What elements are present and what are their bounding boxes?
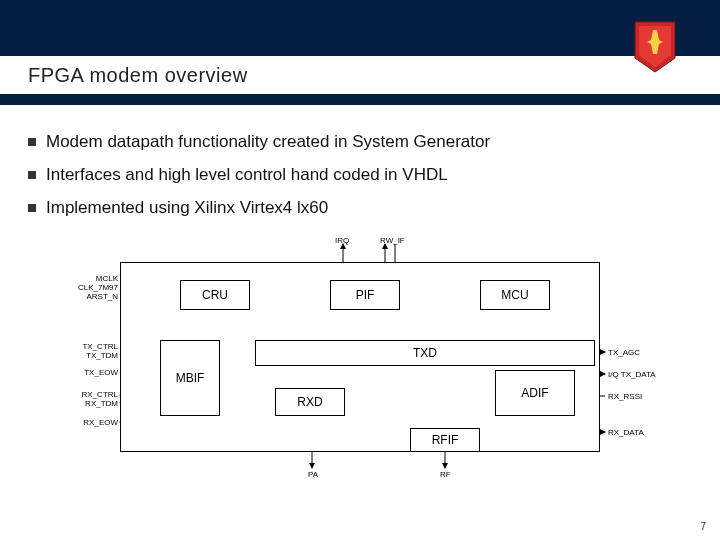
slide-header: FPGA modem overview KONGSBERG xyxy=(0,0,720,105)
signal-rx-rssi: RX_RSSI xyxy=(608,392,642,401)
bullet-square-icon xyxy=(28,138,36,146)
signal-rx-ctrl: RX_CTRL xyxy=(76,390,118,399)
bullet-square-icon xyxy=(28,204,36,212)
block-cru: CRU xyxy=(180,280,250,310)
bullet-text: Implemented using Xilinx Virtex4 lx60 xyxy=(46,197,328,220)
content-area: Modem datapath functionality created in … xyxy=(0,105,720,490)
signal-tx-agc: TX_AGC xyxy=(608,348,640,357)
signal-tx-tdm: TX_TDM xyxy=(76,351,118,360)
signal-rx-eow: RX_EOW xyxy=(76,418,118,427)
signal-rx-data: RX_DATA xyxy=(608,428,644,437)
kongsberg-crest-icon xyxy=(633,20,677,74)
bullet-text: Interfaces and high level control hand c… xyxy=(46,164,448,187)
brand-name: KONGSBERG xyxy=(610,78,700,90)
bullet-item: Implemented using Xilinx Virtex4 lx60 xyxy=(28,197,692,220)
signal-irq: IRQ xyxy=(335,236,349,245)
signal-pa: PA xyxy=(308,470,318,479)
block-rfif: RFIF xyxy=(410,428,480,452)
block-mbif: MBIF xyxy=(160,340,220,416)
block-diagram: CRU PIF MCU TXD MBIF RXD ADIF RFIF IRQ R… xyxy=(40,230,680,490)
signal-rf: RF xyxy=(440,470,451,479)
bullet-item: Interfaces and high level control hand c… xyxy=(28,164,692,187)
signal-iq-tx-data: I/Q TX_DATA xyxy=(608,370,656,379)
brand-logo: KONGSBERG xyxy=(610,20,700,90)
signal-rx-tdm: RX_TDM xyxy=(76,399,118,408)
signal-clk-7m97: CLK_7M97 xyxy=(70,283,118,292)
page-title: FPGA modem overview xyxy=(28,64,248,87)
signal-mclk: MCLK xyxy=(82,274,118,283)
block-rxd: RXD xyxy=(275,388,345,416)
page-number: 7 xyxy=(700,521,706,532)
bullet-text: Modem datapath functionality created in … xyxy=(46,131,490,154)
bullet-item: Modem datapath functionality created in … xyxy=(28,131,692,154)
signal-rw-if: RW_IF xyxy=(380,236,405,245)
signal-arst-n: ARST_N xyxy=(76,292,118,301)
block-txd: TXD xyxy=(255,340,595,366)
block-adif: ADIF xyxy=(495,370,575,416)
signal-tx-ctrl: TX_CTRL xyxy=(76,342,118,351)
bullet-square-icon xyxy=(28,171,36,179)
block-pif: PIF xyxy=(330,280,400,310)
signal-tx-eow: TX_EOW xyxy=(76,368,118,377)
block-mcu: MCU xyxy=(480,280,550,310)
